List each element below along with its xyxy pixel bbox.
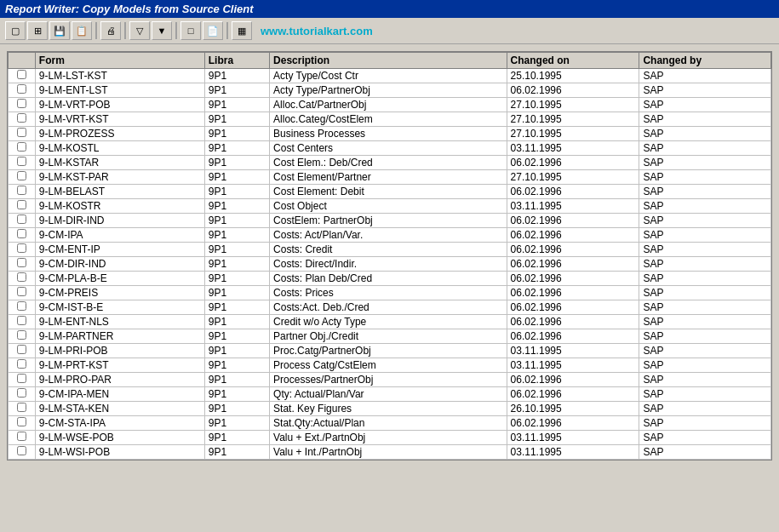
- row-checkbox-cell: [9, 272, 36, 286]
- row-checkbox[interactable]: [17, 171, 26, 180]
- copy-button[interactable]: □: [180, 21, 201, 40]
- row-form: 9-LM-ENT-NLS: [35, 315, 204, 329]
- row-checkbox[interactable]: [17, 186, 26, 195]
- table-row: 9-LM-ENT-LST9P1Acty Type/PartnerObj06.02…: [9, 83, 771, 98]
- row-changed-on: 03.11.1995: [507, 445, 639, 460]
- row-checkbox-cell: [9, 358, 36, 373]
- row-description: Proc.Catg/PartnerObj: [270, 344, 507, 358]
- row-checkbox-cell: [9, 199, 36, 214]
- row-changed-by: SAP: [639, 156, 771, 170]
- row-checkbox[interactable]: [17, 345, 26, 354]
- row-description: Alloc.Categ/CostElem: [270, 112, 507, 127]
- row-libra: 9P1: [204, 83, 269, 98]
- row-libra: 9P1: [204, 228, 269, 243]
- table-row: 9-LM-VRT-POB9P1Alloc.Cat/PartnerObj27.10…: [9, 98, 771, 112]
- row-changed-on: 27.10.1995: [507, 112, 639, 127]
- table-row: 9-LM-LST-KST9P1Acty Type/Cost Ctr25.10.1…: [9, 69, 771, 83]
- col-header-description: Description: [270, 53, 507, 69]
- row-form: 9-LM-STA-KEN: [35, 402, 204, 416]
- table-row: 9-CM-IPA9P1Costs: Act/Plan/Var.06.02.199…: [9, 228, 771, 243]
- table-row: 9-LM-BELAST9P1Cost Element: Debit06.02.1…: [9, 185, 771, 199]
- row-checkbox[interactable]: [17, 446, 26, 455]
- row-checkbox[interactable]: [17, 432, 26, 441]
- table-row: 9-CM-ENT-IP9P1Costs: Credit06.02.1996SAP: [9, 243, 771, 257]
- grid-button[interactable]: ▦: [232, 21, 252, 40]
- row-description: Process Catg/CstElem: [270, 358, 507, 373]
- row-changed-by: SAP: [639, 272, 771, 286]
- row-checkbox[interactable]: [17, 417, 26, 426]
- row-checkbox[interactable]: [17, 215, 26, 224]
- row-checkbox[interactable]: [17, 272, 26, 282]
- row-description: Partner Obj./Credit: [270, 329, 507, 344]
- row-checkbox-cell: [9, 416, 36, 431]
- row-checkbox-cell: [9, 329, 36, 344]
- row-checkbox[interactable]: [17, 258, 26, 267]
- table-row: 9-CM-STA-IPA9P1Stat.Qty:Actual/Plan06.02…: [9, 416, 771, 431]
- row-description: Cost Object: [270, 199, 507, 214]
- save-icon: 💾: [54, 26, 66, 37]
- table-row: 9-LM-KOSTR9P1Cost Object03.11.1995SAP: [9, 199, 771, 214]
- row-checkbox[interactable]: [17, 243, 26, 253]
- row-checkbox[interactable]: [17, 142, 26, 152]
- row-libra: 9P1: [204, 98, 269, 112]
- row-description: Costs: Act/Plan/Var.: [270, 228, 507, 243]
- row-libra: 9P1: [204, 199, 269, 214]
- col-header-libra: Libra: [204, 53, 269, 69]
- new-button[interactable]: ▢: [5, 21, 26, 40]
- row-changed-by: SAP: [639, 214, 771, 228]
- row-checkbox[interactable]: [17, 287, 26, 296]
- row-libra: 9P1: [204, 112, 269, 127]
- col-header-changed-on: Changed on: [507, 53, 639, 69]
- row-checkbox[interactable]: [17, 99, 26, 108]
- row-checkbox[interactable]: [17, 70, 26, 79]
- row-changed-by: SAP: [639, 199, 771, 214]
- row-form: 9-CM-PREIS: [35, 286, 204, 300]
- filter2-button[interactable]: ▼: [152, 21, 172, 40]
- table-row: 9-LM-PRO-PAR9P1Processes/PartnerObj06.02…: [9, 373, 771, 387]
- row-form: 9-LM-KST-PAR: [35, 170, 204, 185]
- row-changed-by: SAP: [639, 286, 771, 300]
- row-form: 9-LM-LST-KST: [35, 69, 204, 83]
- row-checkbox[interactable]: [17, 113, 26, 123]
- row-changed-by: SAP: [639, 83, 771, 98]
- row-description: Costs: Credit: [270, 243, 507, 257]
- row-checkbox[interactable]: [17, 388, 26, 398]
- row-checkbox[interactable]: [17, 316, 26, 325]
- print-button[interactable]: 🖨: [100, 21, 121, 40]
- toolbar: ▢ ⊞ 💾 📋 🖨 ▽ ▼ □ 📄 ▦ www.tutorialkart.com: [0, 18, 779, 44]
- row-changed-on: 25.10.1995: [507, 69, 639, 83]
- table-row: 9-CM-DIR-IND9P1Costs: Direct/Indir.06.02…: [9, 257, 771, 272]
- row-changed-by: SAP: [639, 127, 771, 141]
- row-checkbox[interactable]: [17, 359, 26, 369]
- row-checkbox[interactable]: [17, 157, 26, 166]
- row-libra: 9P1: [204, 257, 269, 272]
- row-description: Valu + Int./PartnObj: [270, 445, 507, 460]
- save-button[interactable]: 💾: [49, 21, 70, 40]
- row-checkbox[interactable]: [17, 330, 26, 340]
- save2-button[interactable]: 📋: [72, 21, 92, 40]
- row-changed-on: 03.11.1995: [507, 358, 639, 373]
- row-checkbox[interactable]: [17, 128, 26, 137]
- table-row: 9-LM-PROZESS9P1Business Processes27.10.1…: [9, 127, 771, 141]
- row-checkbox[interactable]: [17, 229, 26, 238]
- row-changed-by: SAP: [639, 416, 771, 431]
- row-checkbox[interactable]: [17, 374, 26, 383]
- row-form: 9-LM-PARTNER: [35, 329, 204, 344]
- open-button[interactable]: ⊞: [27, 21, 48, 40]
- row-libra: 9P1: [204, 272, 269, 286]
- row-description: Acty Type/Cost Ctr: [270, 69, 507, 83]
- row-changed-by: SAP: [639, 387, 771, 402]
- row-checkbox-cell: [9, 286, 36, 300]
- data-table: Form Libra Description Changed on Change…: [8, 52, 771, 460]
- filter-button[interactable]: ▽: [129, 21, 150, 40]
- row-checkbox[interactable]: [17, 84, 26, 94]
- row-checkbox[interactable]: [17, 403, 26, 412]
- row-checkbox[interactable]: [17, 301, 26, 311]
- table-row: 9-LM-DIR-IND9P1CostElem: PartnerObj06.02…: [9, 214, 771, 228]
- row-changed-on: 06.02.1996: [507, 373, 639, 387]
- row-libra: 9P1: [204, 445, 269, 460]
- row-checkbox-cell: [9, 257, 36, 272]
- row-checkbox[interactable]: [17, 200, 26, 209]
- paste-button[interactable]: 📄: [203, 21, 223, 40]
- row-changed-by: SAP: [639, 243, 771, 257]
